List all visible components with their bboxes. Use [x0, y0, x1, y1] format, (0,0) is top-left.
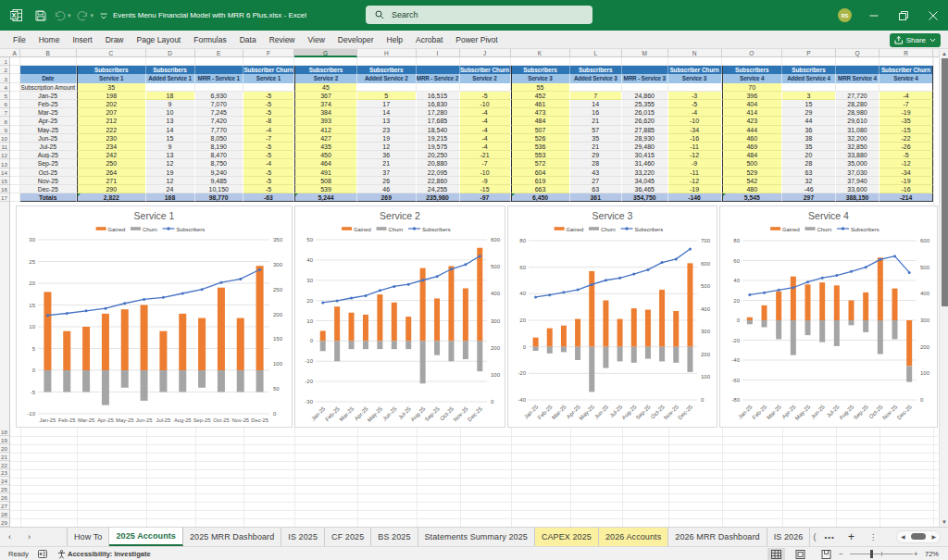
column-header-E[interactable]: E [195, 49, 244, 57]
added-value[interactable]: 23 [357, 126, 417, 134]
cell[interactable] [782, 57, 836, 66]
column-label-mrr[interactable]: MRR - Service 3 [622, 74, 668, 82]
churn-value[interactable]: -12 [668, 177, 722, 185]
mrr-value[interactable]: 20,880 [417, 159, 460, 168]
cell[interactable] [146, 83, 195, 92]
subscribers-value[interactable]: 553 [511, 151, 570, 159]
subscribers-value[interactable]: 507 [511, 126, 570, 134]
churn-value[interactable]: -19 [879, 177, 933, 185]
churn-value[interactable]: -4 [243, 126, 294, 134]
mrr-value[interactable]: 33,600 [836, 185, 879, 193]
churn-value[interactable]: -5 [243, 185, 294, 193]
mrr-value[interactable]: 10,150 [195, 185, 244, 193]
cell[interactable] [417, 57, 460, 66]
mrr-value[interactable]: 28,280 [836, 100, 879, 108]
date-value[interactable]: Feb-25 [20, 100, 78, 108]
added-value[interactable]: 29 [782, 108, 836, 117]
churn-value[interactable]: -4 [243, 159, 294, 168]
total-added[interactable]: 168 [146, 193, 195, 202]
added-value[interactable]: 21 [570, 117, 623, 125]
column-header-F[interactable]: F [243, 49, 294, 57]
search-input[interactable]: Search [366, 6, 592, 24]
added-value[interactable]: 36 [357, 151, 417, 159]
scroll-right-icon[interactable]: ▶ [931, 533, 936, 540]
row-header-23[interactable]: 23 [0, 469, 9, 478]
added-value[interactable]: 16 [570, 108, 623, 117]
row-header-2[interactable]: 2 [0, 66, 9, 74]
added-value[interactable]: 28 [570, 159, 623, 168]
cell[interactable] [836, 57, 879, 66]
mrr-value[interactable]: 26,015 [622, 108, 668, 117]
subscribers-value[interactable]: 396 [722, 92, 783, 100]
churn-value[interactable]: -19 [668, 185, 722, 193]
ribbon-tab-view[interactable]: View [302, 31, 331, 49]
column-header-R[interactable]: R [879, 49, 933, 57]
mrr-value[interactable]: 19,575 [417, 143, 460, 151]
cell[interactable] [10, 168, 20, 177]
column-label-added[interactable]: Added Service 3 [570, 74, 623, 82]
churn-value[interactable]: -5 [243, 100, 294, 108]
cell[interactable] [10, 117, 20, 125]
subscribers-value[interactable]: 484 [722, 151, 783, 159]
column-header-K[interactable]: K [511, 49, 570, 57]
horizontal-scrollbar[interactable]: ◀ ▶ [896, 530, 941, 543]
cell[interactable] [668, 57, 722, 66]
subscribers-value[interactable]: 450 [294, 151, 357, 159]
group-header-subscribers[interactable]: Subscribers [782, 66, 836, 74]
row-header-22[interactable]: 22 [0, 461, 9, 469]
row-header-8[interactable]: 8 [0, 117, 9, 125]
subscribers-value[interactable]: 271 [77, 177, 146, 185]
mrr-value[interactable]: 22,860 [417, 177, 460, 185]
redo-dropdown-icon[interactable]: ▾ [91, 12, 94, 19]
scroll-left-icon[interactable]: ◀ [901, 533, 905, 540]
row-header-6[interactable]: 6 [0, 100, 9, 108]
date-value[interactable]: Sep-25 [20, 159, 78, 168]
column-label-subscribers[interactable]: Service 4 [722, 74, 783, 82]
mrr-value[interactable]: 37,030 [836, 168, 879, 177]
cell[interactable] [195, 83, 244, 92]
churn-value[interactable]: -15 [460, 185, 511, 193]
cell[interactable] [77, 57, 146, 66]
added-value[interactable]: 14 [357, 108, 417, 117]
mrr-value[interactable]: 8,470 [195, 151, 244, 159]
cell[interactable] [879, 83, 933, 92]
subscribers-value[interactable]: 491 [294, 168, 357, 177]
mrr-value[interactable]: 7,770 [195, 126, 244, 134]
cell[interactable] [10, 177, 20, 185]
added-value[interactable]: 27 [570, 177, 623, 185]
sheet-prev-button[interactable]: ‹ [0, 528, 19, 546]
churn-value[interactable]: -4 [460, 134, 511, 143]
row-header-29[interactable]: 29 [0, 518, 9, 527]
added-value[interactable]: 26 [357, 177, 417, 185]
mrr-value[interactable]: 9,240 [195, 168, 244, 177]
column-label-churn[interactable]: Service 4 [879, 74, 933, 82]
save-button[interactable] [31, 0, 50, 31]
sheet-tab-2025-accounts[interactable]: 2025 Accounts [109, 528, 183, 546]
total-mrr[interactable]: 388,150 [836, 193, 879, 202]
subscribers-value[interactable]: 526 [511, 134, 570, 143]
group-header-churn[interactable]: Subscriber Churn [243, 66, 294, 74]
row-header-25[interactable]: 25 [0, 485, 9, 493]
undo-dropdown-icon[interactable]: ▾ [68, 12, 71, 19]
churn-value[interactable]: -4 [460, 126, 511, 134]
churn-value[interactable]: -7 [879, 100, 933, 108]
row-header-14[interactable]: 14 [0, 168, 9, 177]
mrr-value[interactable]: 24,255 [417, 185, 460, 193]
column-header-N[interactable]: N [668, 49, 722, 57]
subscribers-value[interactable]: 619 [511, 177, 570, 185]
vertical-scrollbar-thumb[interactable] [942, 58, 948, 306]
added-value[interactable]: 13 [146, 117, 195, 125]
churn-value[interactable]: -4 [460, 117, 511, 125]
cell[interactable] [722, 57, 783, 66]
added-value[interactable]: 13 [146, 151, 195, 159]
date-value[interactable]: May-25 [20, 126, 78, 134]
ribbon-tab-help[interactable]: Help [380, 31, 409, 49]
cell[interactable] [357, 57, 417, 66]
added-value[interactable]: 36 [782, 126, 836, 134]
churn-value[interactable]: -16 [668, 134, 722, 143]
ribbon-tab-page-layout[interactable]: Page Layout [131, 31, 188, 49]
mrr-value[interactable]: 20,250 [417, 151, 460, 159]
churn-value[interactable]: -12 [879, 159, 933, 168]
added-value[interactable]: 24 [146, 185, 195, 193]
accessibility-status[interactable]: Accessibility: Investigate [68, 550, 151, 558]
